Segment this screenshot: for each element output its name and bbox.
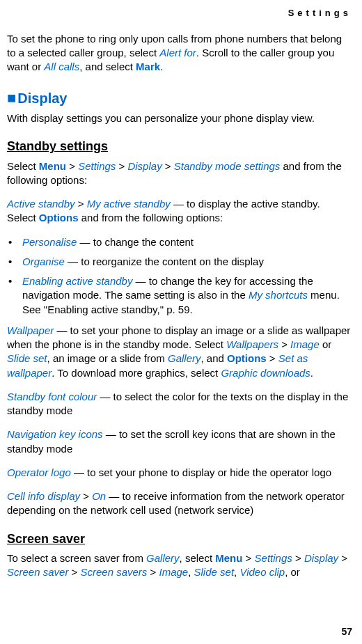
font-colour-para: Standby font colour — to select the colo…	[7, 390, 352, 418]
screen-savers-label: Screen savers	[80, 566, 147, 578]
sep: >	[267, 352, 278, 364]
text: , and select	[79, 61, 136, 72]
sep: >	[162, 160, 174, 172]
screen-saver-label: Screen saver	[7, 566, 68, 578]
navigation-key-icons-para: Navigation key icons — to set the scroll…	[7, 427, 352, 456]
graphic-downloads-label: Graphic downloads	[221, 367, 310, 379]
sep: >	[278, 338, 290, 350]
sep: >	[338, 552, 347, 564]
options-label: Options	[39, 212, 79, 223]
sep: >	[75, 198, 87, 210]
wallpaper-label: Wallpaper	[7, 324, 54, 336]
list-item: Organise — to reorganize the content on …	[7, 255, 352, 269]
video-clip-label: Video clip	[239, 566, 285, 578]
sep: >	[242, 552, 254, 564]
standby-select-path: Select Menu > Settings > Display > Stand…	[7, 159, 352, 188]
options-list: Personalise — to change the content Orga…	[7, 235, 352, 317]
navigation-key-icons-label: Navigation key icons	[7, 428, 103, 440]
sep: >	[80, 490, 92, 502]
display-intro: With display settings you can personaliz…	[7, 111, 352, 125]
cell-info-display-label: Cell info display	[7, 490, 80, 502]
text: . To download more graphics, select	[52, 367, 221, 379]
active-standby-para: Active standby > My active standby — to …	[7, 197, 352, 226]
settings-label: Settings	[255, 552, 292, 564]
slide-set-label: Slide set	[7, 352, 47, 364]
organise-label: Organise	[22, 256, 65, 267]
screensaver-para: To select a screen saver from Gallery, s…	[7, 551, 352, 580]
sep: >	[66, 160, 78, 172]
sep: >	[116, 160, 127, 172]
subsection-standby-settings: Standby settings	[7, 138, 352, 155]
cell-info-para: Cell info display > On — to receive info…	[7, 489, 352, 518]
menu-label: Menu	[39, 160, 66, 172]
text: , an image or a slide from	[47, 352, 168, 364]
text: — to reorganize the content on the displ…	[65, 256, 264, 267]
page-number: 57	[341, 625, 352, 638]
sep: >	[147, 566, 159, 578]
operator-logo-para: Operator logo — to set your phone to dis…	[7, 466, 352, 480]
menu-label: Menu	[215, 552, 242, 564]
text: To select a screen saver from	[7, 552, 146, 564]
section-marker-icon: ■	[7, 89, 16, 107]
subsection-screen-saver: Screen saver	[7, 531, 352, 547]
text: , select	[180, 552, 216, 564]
settings-label: Settings	[78, 160, 116, 172]
text: .	[310, 367, 313, 379]
section-display-heading: ■Display	[7, 88, 352, 109]
standby-font-colour-label: Standby font colour	[7, 391, 97, 402]
page-header: Settings	[7, 7, 352, 19]
text: .	[160, 61, 163, 72]
sep: >	[292, 552, 304, 564]
text: and from the following options:	[79, 212, 223, 223]
personalise-label: Personalise	[22, 236, 77, 248]
display-label: Display	[127, 160, 162, 172]
sep: >	[68, 566, 80, 578]
intro-paragraph: To set the phone to ring only upon calls…	[7, 32, 352, 74]
gallery-label: Gallery	[168, 352, 201, 364]
link-alert-for: Alert for	[159, 47, 196, 58]
display-label: Display	[304, 552, 338, 564]
section-title: Display	[17, 91, 67, 106]
text: or	[320, 338, 332, 350]
my-shortcuts-label: My shortcuts	[249, 289, 308, 301]
my-active-standby-label: My active standby	[87, 198, 171, 210]
enabling-active-standby-label: Enabling active standby	[22, 275, 132, 287]
text: ,	[188, 566, 194, 578]
on-label: On	[92, 490, 106, 502]
text: Select	[7, 160, 39, 172]
image-label: Image	[290, 338, 320, 350]
gallery-label: Gallery	[146, 552, 180, 564]
action-mark: Mark	[136, 61, 160, 72]
link-all-calls: All calls	[44, 61, 79, 72]
slide-set-label: Slide set	[194, 566, 235, 578]
options-label: Options	[227, 352, 267, 364]
text: — to set your phone to display or hide t…	[71, 466, 331, 478]
wallpaper-para: Wallpaper — to set your phone to display…	[7, 324, 352, 380]
standby-mode-settings-label: Standby mode settings	[174, 160, 281, 172]
active-standby-label: Active standby	[7, 198, 75, 210]
image-label: Image	[159, 566, 188, 578]
text: — to change the content	[77, 236, 194, 248]
list-item: Personalise — to change the content	[7, 235, 352, 249]
text: , and	[200, 352, 227, 364]
wallpapers-label: Wallpapers	[226, 338, 278, 350]
text: , or	[285, 566, 300, 578]
operator-logo-label: Operator logo	[7, 466, 71, 478]
list-item: Enabling active standby — to change the …	[7, 274, 352, 317]
